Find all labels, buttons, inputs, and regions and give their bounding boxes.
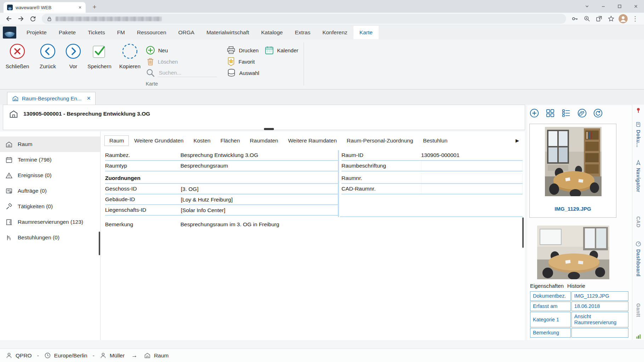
browser-menu-icon[interactable]: ⋮ [629,13,641,24]
field-value[interactable]: [3. OG] [180,184,338,194]
prop-value[interactable]: 18.06.2018 [571,302,628,311]
field-value[interactable]: Besprechung Entwicklung 3.OG [180,150,338,160]
auswahl-button[interactable]: Auswahl [227,68,259,78]
minimize-button[interactable] [595,0,611,13]
kopieren-button[interactable]: Kopieren [117,43,143,69]
grid-view-icon[interactable] [545,108,555,118]
field-value[interactable]: [Solar Info Center] [180,205,338,215]
speichern-button[interactable]: Speichern [86,43,113,69]
zoom-icon[interactable] [581,13,593,24]
kalender-button[interactable]: Kalender [265,45,298,55]
back-button[interactable] [3,13,15,24]
rail-item-dashboard[interactable]: Dashboard [632,241,644,277]
profile-avatar[interactable] [619,14,628,23]
browser-tab[interactable]: waveware® WEB × [4,2,86,13]
sidebar-item-raum[interactable]: Raum [0,136,100,152]
field-value[interactable]: Besprechungsraum [180,161,338,171]
chart-icon[interactable] [636,334,641,339]
menu-tickets[interactable]: Tickets [82,26,111,39]
menu-materialwirtschaft[interactable]: Materialwirtschaft [200,26,255,39]
link-document-icon[interactable] [577,108,587,118]
prop-value[interactable]: Ansicht Raumreservierung [571,312,628,327]
tab-flaechen[interactable]: Flächen [216,136,245,146]
favorite-star-icon [227,57,235,66]
favorit-label: Favorit [238,59,255,65]
field-value[interactable]: Besprechungsraum im 3. OG in Freiburg [180,219,522,230]
menu-karte[interactable]: Karte [353,26,379,39]
reload-button[interactable] [27,13,39,24]
room-icon [12,95,19,102]
list-view-icon[interactable] [561,108,571,118]
document-card[interactable]: IMG_1129.JPG [529,124,616,218]
tab-raumdaten[interactable]: Raumdaten [245,136,283,146]
menu-fm[interactable]: FM [111,26,131,39]
ribbon-group-divider [304,42,304,86]
rail-item-gantt[interactable]: Gantt [632,303,644,317]
sidebar-item-ereignisse[interactable]: Ereignisse (0) [0,168,100,183]
sidebar-item-bestuhlungen[interactable]: Bestuhlungen (0) [0,230,100,245]
menu-kataloge[interactable]: Kataloge [255,26,289,39]
menu-orga[interactable]: ORGA [172,26,201,39]
form-tabbar: Raum Weitere Grunddaten Kosten Flächen R… [104,135,509,146]
tab-overflow-arrow[interactable]: ▶ [516,138,519,143]
new-tab-button[interactable]: + [90,2,99,12]
rail-item-cad[interactable]: CAD [632,216,644,228]
tab-kosten[interactable]: Kosten [189,136,215,146]
close-window-button[interactable] [628,0,644,13]
vor-button[interactable]: Vor [60,43,86,69]
tab-weitere-raumdaten[interactable]: Weitere Raumdaten [283,136,341,146]
sidebar-item-auftraege[interactable]: Aufträge (0) [0,183,100,199]
field-value[interactable]: 130905-000001 [421,150,523,160]
zurueck-button[interactable]: Zurück [35,43,61,69]
field-value[interactable] [421,173,523,183]
form-splitter-handle[interactable] [522,217,524,248]
sidebar-item-taetigkeiten[interactable]: Tätigkeiten (0) [0,199,100,214]
prop-value[interactable]: IMG_1129.JPG [571,291,628,301]
tab-raum[interactable]: Raum [104,135,129,146]
sidebar-item-termine[interactable]: Termine (798) [0,152,100,168]
door-icon [5,218,13,226]
pin-icon[interactable] [636,107,641,113]
password-key-icon[interactable] [569,13,581,24]
tab-close-icon[interactable]: × [77,5,83,10]
ribbon-search-input[interactable] [157,69,217,77]
maximize-button[interactable] [611,0,628,13]
tab-search-chevron-icon[interactable] [579,0,595,13]
tab-eigenschaften[interactable]: Eigenschaften [530,283,564,289]
tab-raum-personal-zuordnung[interactable]: Raum-Personal-Zuordnung [342,136,418,146]
prop-value[interactable] [571,328,628,338]
speichern-label: Speichern [87,63,111,69]
favorit-button[interactable]: Favorit [227,57,255,66]
field-value[interactable] [421,184,523,194]
refresh-icon[interactable] [593,108,603,118]
section-title: Zuordnungen [105,175,140,181]
bookmark-star-icon[interactable] [605,13,617,24]
loeschen-button[interactable]: Löschen [146,57,178,66]
rail-item-dokumente[interactable]: Doku... [632,122,644,147]
tab-weitere-grunddaten[interactable]: Weitere Grunddaten [130,136,188,146]
menu-projekte[interactable]: Projekte [21,26,53,39]
share-icon[interactable] [593,13,605,24]
forward-button[interactable] [15,13,27,24]
sidebar-splitter-handle[interactable] [99,232,100,255]
tab-historie[interactable]: Historie [567,283,585,289]
menu-ressourcen[interactable]: Ressourcen [131,26,172,39]
menu-pakete[interactable]: Pakete [53,26,82,39]
document-thumbnail-meeting-room-2[interactable] [537,226,609,279]
clock-icon [44,352,51,359]
field-value[interactable]: [Loy & Hutz Freiburg] [180,194,338,204]
menu-extras[interactable]: Extras [289,26,316,39]
schliessen-button[interactable]: Schließen [4,43,30,69]
address-bar[interactable] [42,14,566,24]
drucken-button[interactable]: Drucken [226,45,259,55]
add-document-icon[interactable] [529,108,539,118]
sidebar-item-raumreservierungen[interactable]: Raumreservierungen (123) [0,214,100,230]
document-tab[interactable]: Raum-Besprechung En... × [7,92,96,105]
neu-button[interactable]: Neu [146,45,168,55]
rail-item-navigator[interactable]: Navigator [632,160,644,192]
document-tab-close-icon[interactable]: × [87,95,91,102]
horizontal-splitter-handle[interactable] [264,128,274,130]
menu-konferenz[interactable]: Konferenz [316,26,353,39]
tab-bestuhlungen[interactable]: Bestuhlun [419,136,452,146]
field-value[interactable] [421,161,523,171]
